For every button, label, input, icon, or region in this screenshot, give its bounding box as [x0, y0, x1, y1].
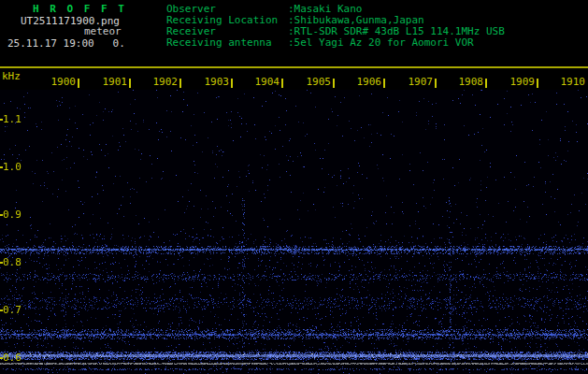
y-tick-label: 0.6: [3, 352, 25, 364]
station-info: Observer:Masaki KanoReceiving Location:S…: [166, 4, 505, 49]
separator-line: [0, 66, 588, 68]
x-tick-label: 1905: [303, 77, 331, 88]
x-tick-mark: [231, 79, 233, 88]
x-tick-label: 1910: [557, 77, 585, 88]
spectrogram-canvas: [0, 90, 588, 374]
y-tick-mark: [0, 309, 3, 311]
x-tick-label: 1907: [405, 77, 433, 88]
y-tick-label: 0.8: [3, 257, 25, 268]
x-tick-mark: [333, 79, 335, 88]
station-info-row: Receiving antenna:5el Yagi Az 20 for Aom…: [166, 37, 505, 49]
y-tick-mark: [0, 262, 3, 264]
x-tick-mark: [383, 79, 385, 88]
x-tick-label: 1903: [201, 77, 229, 88]
x-tick-label: 1909: [507, 77, 535, 88]
x-tick-label: 1904: [251, 77, 280, 88]
y-tick-mark: [0, 214, 3, 216]
y-tick-label: 1.1: [3, 114, 25, 125]
x-tick-mark: [281, 79, 283, 88]
app-title: H R O F F T: [33, 4, 126, 15]
x-tick-mark: [78, 79, 79, 88]
y-axis-unit-label: kHz: [2, 71, 21, 82]
datetime-counter: 25.11.17 19:00 0.: [7, 38, 125, 50]
x-tick-mark: [129, 79, 131, 88]
field-label: Receiving antenna: [166, 37, 288, 49]
hrofft-screen: H R O F F T UT2511171900.png meteor 25.1…: [0, 0, 588, 374]
x-tick-label: 1900: [48, 77, 76, 88]
x-tick-label: 1908: [455, 77, 483, 88]
y-tick-label: 0.9: [3, 209, 25, 221]
x-tick-label: 1906: [353, 77, 381, 88]
y-tick-label: 0.7: [3, 305, 25, 316]
x-tick-mark: [537, 79, 538, 88]
x-tick-label: 1901: [99, 77, 127, 88]
y-tick-label: 1.0: [3, 162, 25, 173]
x-tick-mark: [435, 79, 437, 88]
mode-label: meteor: [84, 26, 122, 37]
y-tick-mark: [0, 357, 3, 359]
x-tick-mark: [179, 79, 181, 88]
y-tick-mark: [0, 119, 3, 121]
x-tick-mark: [485, 79, 487, 88]
field-value: :5el Yagi Az 20 for Aomori VOR: [288, 36, 474, 49]
x-tick-label: 1902: [150, 77, 178, 88]
y-tick-mark: [0, 166, 3, 168]
